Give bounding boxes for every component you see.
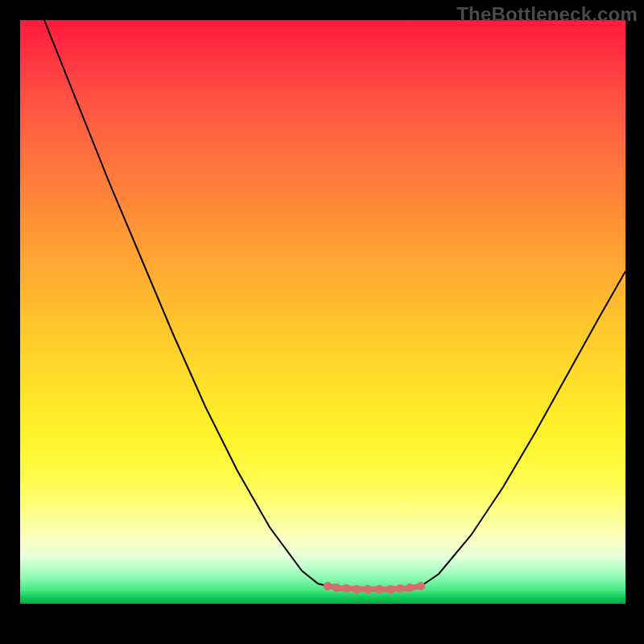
watermark-label: TheBottleneck.com bbox=[456, 3, 638, 26]
bottleneck-gradient bbox=[20, 20, 625, 592]
optimal-band bbox=[20, 591, 625, 604]
plot-area bbox=[20, 20, 625, 632]
